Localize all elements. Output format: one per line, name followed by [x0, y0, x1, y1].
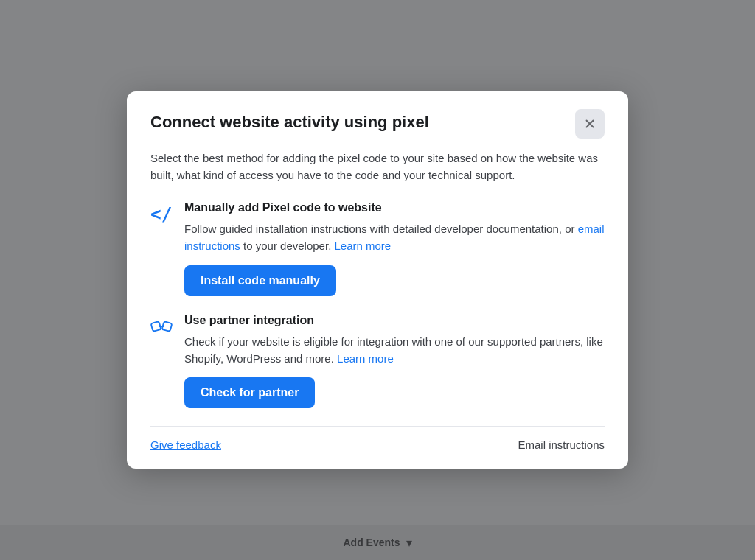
svg-text:</>: </> [150, 203, 173, 225]
manual-section: </> Manually add Pixel code to website F… [150, 201, 605, 296]
partner-learn-more-link[interactable]: Learn more [337, 352, 394, 365]
modal-title: Connect website activity using pixel [150, 112, 429, 133]
modal-header: Connect website activity using pixel [150, 112, 605, 139]
partner-section-heading: Use partner integration [184, 314, 605, 327]
modal-footer: Give feedback Email instructions [150, 426, 605, 451]
manual-learn-more-link[interactable]: Learn more [334, 239, 391, 252]
manual-desc-text2: to your developer. [243, 239, 331, 252]
close-button[interactable] [575, 109, 605, 139]
partner-section: Use partner integration Check if your we… [150, 314, 605, 409]
pixel-setup-modal: Connect website activity using pixel Sel… [127, 91, 628, 469]
partner-desc-text: Check if your website is eligible for in… [184, 335, 603, 365]
partner-section-content: Use partner integration Check if your we… [184, 314, 605, 409]
manual-section-heading: Manually add Pixel code to website [184, 201, 605, 214]
partner-icon [150, 315, 173, 409]
partner-section-desc: Check if your website is eligible for in… [184, 333, 605, 368]
close-icon [583, 117, 596, 130]
manual-section-content: Manually add Pixel code to website Follo… [184, 201, 605, 296]
manual-desc-text1: Follow guided installation instructions … [184, 223, 574, 235]
manual-section-desc: Follow guided installation instructions … [184, 220, 605, 255]
give-feedback-link[interactable]: Give feedback [150, 438, 221, 451]
modal-subtitle: Select the best method for adding the pi… [150, 150, 605, 183]
check-for-partner-button[interactable]: Check for partner [184, 377, 315, 408]
code-icon: </> [150, 203, 173, 296]
email-instructions-text: Email instructions [518, 438, 605, 451]
install-code-manually-button[interactable]: Install code manually [184, 265, 336, 296]
